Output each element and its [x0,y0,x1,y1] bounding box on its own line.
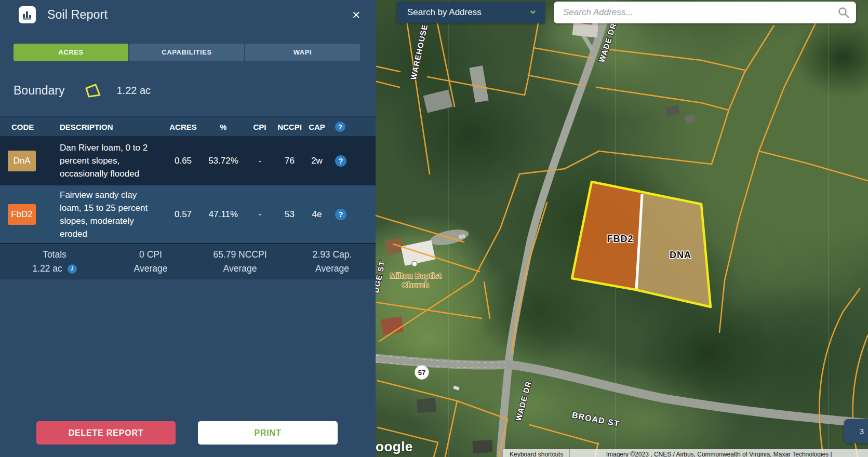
row-help-icon[interactable]: ? [335,155,346,167]
soil-label-fbd2: FBD2 [607,234,633,244]
col-header-acres: ACRES [164,123,203,131]
cap-average-value: 2.93 Cap. [289,248,376,262]
average-label: Average [289,262,376,276]
close-icon[interactable]: ✕ [352,10,360,20]
tab-acres[interactable]: ACRES [14,44,128,61]
soil-code-badge: DnA [8,151,36,171]
col-header-cpi: CPI [244,123,275,131]
col-header-description: DESCRIPTION [52,123,164,131]
house [417,398,436,413]
nccpi-value: 76 [275,156,304,166]
print-button[interactable]: PRINT [198,421,338,445]
percent-value: 47.11% [203,209,244,220]
cap-value: 2w [304,156,330,166]
search-mode-dropdown[interactable]: Search by Address ⌄ [397,2,545,23]
map-attribution-bar: Keyboard shortcuts Imagery ©2023 , CNES … [503,449,868,457]
table-row: FbD2 Fairview sandy clay loam, 15 to 25 … [0,185,376,243]
search-mode-label: Search by Address [397,7,482,18]
driveway [583,35,593,51]
search-input[interactable] [563,2,833,23]
nccpi-value: 53 [275,209,304,220]
church-label-line1: Milton Baptist [390,271,441,280]
table-row: DnA Dan River loam, 0 to 2 percent slope… [0,136,376,185]
search-icon[interactable] [837,6,850,21]
soil-report-panel: Soil Report ✕ ACRES CAPABILITIES WAPI Bo… [0,0,376,457]
soil-label-dna: DNA [670,250,691,260]
boundary-polygon-icon [84,83,102,98]
totals-area: Totals 1.22 aci [0,248,109,276]
col-header-nccpi: NCCPI [275,123,304,131]
info-icon[interactable]: i [68,264,77,274]
tab-wapi[interactable]: WAPI [245,44,360,61]
col-header-cap: CAP [304,123,330,131]
tab-bar: ACRES CAPABILITIES WAPI [14,44,360,61]
totals-area-value: 1.22 ac [32,263,62,274]
row-help-icon[interactable]: ? [335,209,346,220]
road-label-broad-st: BROAD ST [571,410,621,428]
map-overlay: FBD2 DNA WAREHOUSE WADE DR DGE ST WADE D… [376,0,868,457]
church-label-line2: Church [402,280,430,289]
google-logo-partial[interactable]: oogle [376,439,413,455]
panel-header: Soil Report ✕ [0,0,376,23]
boundary-summary: Boundary 1.22 ac [14,83,151,98]
table-header-row: CODE DESCRIPTION ACRES % CPI NCCPI CAP ? [0,116,376,136]
acres-value: 0.65 [164,156,203,166]
soil-report-app: Soil Report ✕ ACRES CAPABILITIES WAPI Bo… [0,0,868,457]
totals-label: Totals [0,248,109,262]
soil-description: Fairview sandy clay loam, 15 to 25 perce… [60,189,151,240]
delete-report-button[interactable]: DELETE REPORT [36,421,176,445]
shed [666,105,680,116]
keyboard-shortcuts-link[interactable]: Keyboard shortcuts [503,449,570,457]
map-corner-button[interactable]: 3 [844,419,868,443]
bar-chart-icon [19,6,36,23]
poi-marker [412,261,417,266]
soil-table: CODE DESCRIPTION ACRES % CPI NCCPI CAP ?… [0,116,376,279]
nccpi-average-value: 65.79 NCCPI [196,248,284,262]
tab-capabilities[interactable]: CAPABILITIES [129,44,244,61]
totals-cpi: 0 CPI Average [106,248,195,276]
route-57-number: 57 [418,369,425,377]
boundary-area-value: 1.22 ac [116,85,151,97]
warehouse-building [469,65,488,102]
imagery-attribution: Imagery ©2023 , CNES / Airbus, Commonwea… [570,449,868,457]
church-building [401,240,436,266]
route-57-badge: 57 [415,366,429,380]
soil-description: Dan River loam, 0 to 2 percent slopes, o… [60,141,151,180]
cap-help-icon[interactable]: ? [335,122,345,132]
cpi-value: - [244,209,275,220]
road-label-wade-dr-bottom: WADE DR [514,380,533,422]
page-title: Soil Report [47,8,108,22]
percent-value: 53.72% [203,156,244,166]
cpi-value: - [244,156,275,166]
average-label: Average [196,262,284,276]
cpi-average-value: 0 CPI [106,248,195,262]
totals-nccpi: 65.79 NCCPI Average [196,248,284,276]
road-broad-st [376,358,868,423]
map-canvas[interactable]: FBD2 DNA WAREHOUSE WADE DR DGE ST WADE D… [376,0,868,457]
average-label: Average [106,262,195,276]
col-header-percent: % [203,123,244,131]
shed [685,114,696,123]
col-header-code: CODE [0,123,52,131]
soil-code-badge: FbD2 [8,204,36,225]
car [453,386,459,391]
shed [472,440,492,453]
boundary-label: Boundary [14,84,64,98]
cap-value: 4e [304,209,330,220]
address-search-bar [554,2,856,23]
road-label-ridge-st: DGE ST [376,260,386,293]
acres-value: 0.57 [164,209,203,220]
totals-cap: 2.93 Cap. Average [289,248,376,276]
totals-row: Totals 1.22 aci 0 CPI Average 65.79 NCCP… [0,243,376,279]
